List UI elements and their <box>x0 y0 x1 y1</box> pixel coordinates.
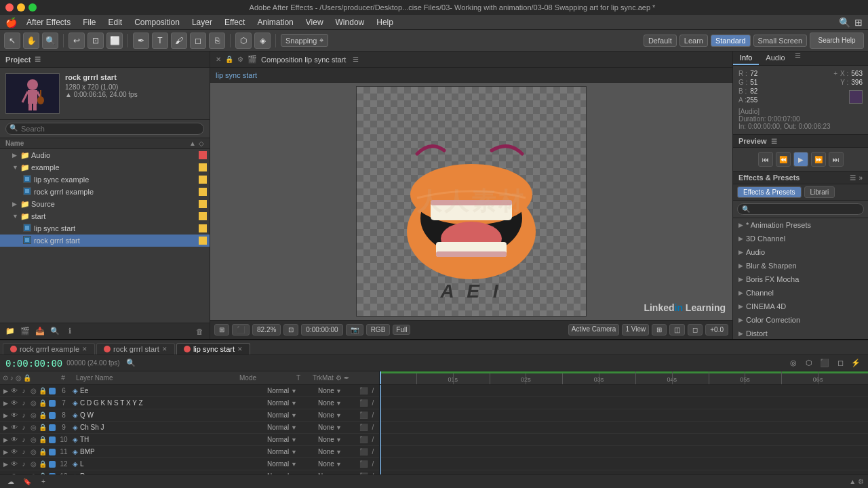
camera-select[interactable]: Active Camera <box>568 324 620 336</box>
layer-row-11[interactable]: ▶ 👁 ♪ ◎ 🔒 11 ◈ BMP Normal ▼ None ▼ ⬛ / <box>0 446 379 458</box>
hand-tool[interactable]: ✋ <box>23 33 39 49</box>
comp-close-btn[interactable]: ✕ <box>216 56 221 63</box>
sort-asc-icon[interactable]: ▲ <box>189 140 196 147</box>
capture-tool[interactable]: ⊡ <box>87 33 104 49</box>
layer-expand-10[interactable]: ▶ <box>1 436 9 443</box>
layer-expand-12[interactable]: ▶ <box>1 461 9 468</box>
layer-switch-9[interactable]: ⬛ <box>359 424 368 431</box>
tree-arrow-5[interactable]: ▶ <box>12 201 19 207</box>
region-of-interest-btn[interactable]: ⊞ <box>214 324 229 336</box>
prev-first-btn[interactable]: ⏮ <box>758 152 773 167</box>
layer-row-10[interactable]: ▶ 👁 ♪ ◎ 🔒 10 ◈ TH Normal ▼ None ▼ ⬛ / <box>0 434 379 446</box>
comp-hamburger[interactable]: ☰ <box>353 56 359 63</box>
tab-effects-presets[interactable]: Effects & Presets <box>737 186 802 198</box>
layer-solo-8[interactable]: ◎ <box>28 411 38 419</box>
clone-tool[interactable]: ⎘ <box>209 33 225 49</box>
menu-animation[interactable]: Animation <box>252 16 298 28</box>
search-icon[interactable]: 🔍 <box>839 17 850 28</box>
workspace-smallscreen[interactable]: Small Screen <box>753 35 807 47</box>
layer-audio-10[interactable]: ♪ <box>19 436 28 443</box>
menu-after-effects[interactable]: After Effects <box>21 16 76 28</box>
layer-expand-9[interactable]: ▶ <box>1 424 9 431</box>
layer-pen-11[interactable]: / <box>368 448 378 455</box>
find-btn[interactable]: 🔍 <box>49 325 61 338</box>
tl-new-layer-btn[interactable]: ☁ <box>4 475 18 489</box>
layer-lock-10[interactable]: 🔒 <box>38 436 47 443</box>
layer-trk-dropdown-8[interactable]: ▼ <box>336 412 342 419</box>
layer-lock-9[interactable]: 🔒 <box>38 424 47 431</box>
snapping-toggle[interactable]: Snapping ⌖ <box>281 34 328 47</box>
layer-solo-7[interactable]: ◎ <box>28 399 38 407</box>
viewer-btn-2[interactable]: ◫ <box>669 324 685 336</box>
effect-item-blur-&-sharpen[interactable]: ▶Blur & Sharpen <box>733 259 868 272</box>
workspace-standard[interactable]: Standard <box>711 35 751 47</box>
viewer-btn-1[interactable]: ⊞ <box>652 324 667 336</box>
search-help-btn[interactable]: Search Help <box>810 33 864 49</box>
layer-expand-7[interactable]: ▶ <box>1 400 9 407</box>
layer-vis-6[interactable]: 👁 <box>9 387 19 394</box>
effect-item-3d-channel[interactable]: ▶3D Channel <box>733 232 868 245</box>
viewer-canvas[interactable]: A E I 人人素材 <box>356 86 587 317</box>
mask-tool[interactable]: ⬜ <box>106 33 123 49</box>
transparency-grid-btn[interactable]: ⬛ <box>232 324 250 336</box>
effect-item-boris-fx-mocha[interactable]: ▶Boris FX Mocha <box>733 272 868 286</box>
menu-view[interactable]: View <box>300 16 329 28</box>
layer-trk-dropdown-9[interactable]: ▼ <box>336 424 342 431</box>
tl-motion-blur-btn[interactable]: ◎ <box>787 357 800 370</box>
brush-tool[interactable]: 🖌 <box>171 33 187 49</box>
close-button[interactable] <box>5 3 14 12</box>
layer-audio-6[interactable]: ♪ <box>19 387 28 394</box>
interpret-btn[interactable]: ℹ <box>64 325 76 338</box>
layer-expand-8[interactable]: ▶ <box>1 412 9 419</box>
menu-edit[interactable]: Edit <box>102 16 127 28</box>
pen-tool[interactable]: ✒ <box>133 33 149 49</box>
new-folder-btn[interactable]: 📁 <box>4 325 16 338</box>
layer-mode-dropdown-10[interactable]: ▼ <box>291 436 297 443</box>
layer-trk-dropdown-6[interactable]: ▼ <box>336 388 342 394</box>
tree-item-6[interactable]: ▼📁start <box>0 210 210 222</box>
menu-composition[interactable]: Composition <box>129 16 185 28</box>
roto-tool[interactable]: ⬡ <box>235 33 252 49</box>
layer-solo-10[interactable]: ◎ <box>28 436 38 443</box>
layer-trk-dropdown-7[interactable]: ▼ <box>336 400 342 407</box>
timeline-tab-rock-grrrl-example[interactable]: rock grrrl example✕ <box>3 343 95 354</box>
effect-item-audio[interactable]: ▶Audio <box>733 245 868 259</box>
timecode-display[interactable]: 0:00:00:00 <box>5 358 62 369</box>
layer-lock-8[interactable]: 🔒 <box>38 411 47 419</box>
layer-vis-10[interactable]: 👁 <box>9 436 19 443</box>
layer-mode-dropdown-7[interactable]: ▼ <box>291 400 297 407</box>
tl-frame-blending-btn[interactable]: ⬛ <box>818 357 831 370</box>
tab-close-icon[interactable]: ✕ <box>82 346 87 352</box>
reset-exposure-btn[interactable]: +0.0 <box>705 324 728 336</box>
layer-mode-dropdown-8[interactable]: ▼ <box>291 412 297 419</box>
import-btn[interactable]: 📥 <box>34 325 46 338</box>
tab-info[interactable]: Info <box>733 52 759 65</box>
layer-row-7[interactable]: ▶ 👁 ♪ ◎ 🔒 7 ◈ C D G K N S T X Y Z Normal… <box>0 397 379 409</box>
zoom-tool[interactable]: 🔍 <box>42 33 58 49</box>
channel-display-btn[interactable]: RGB <box>366 324 391 336</box>
undo-tool[interactable]: ↩ <box>68 33 85 49</box>
effect-item-*-animation-presets[interactable]: ▶* Animation Presets <box>733 218 868 232</box>
workspace-learn[interactable]: Learn <box>679 35 708 47</box>
tl-search-btn[interactable]: 🔍 <box>124 357 138 370</box>
layer-mode-dropdown-6[interactable]: ▼ <box>291 388 297 394</box>
effect-item-distort[interactable]: ▶Distort <box>733 327 868 339</box>
eraser-tool[interactable]: ◻ <box>190 33 206 49</box>
tree-item-5[interactable]: ▶📁Source <box>0 198 210 210</box>
layer-solo-9[interactable]: ◎ <box>28 424 38 431</box>
project-menu-icon[interactable]: ☰ <box>35 56 41 63</box>
zoom-display[interactable]: 82.2% <box>252 324 281 336</box>
tl-fast-btn[interactable]: ⚡ <box>849 357 863 370</box>
layer-switch-6[interactable]: ⬛ <box>359 387 368 394</box>
prev-back-btn[interactable]: ⏪ <box>776 152 791 167</box>
layer-pen-9[interactable]: / <box>368 424 378 431</box>
effect-item-cinema-4d[interactable]: ▶CINEMA 4D <box>733 300 868 313</box>
tree-arrow-2[interactable]: ▼ <box>12 164 19 171</box>
layer-pen-12[interactable]: / <box>368 460 378 468</box>
tl-add-marker-btn[interactable]: + <box>37 475 50 489</box>
views-select[interactable]: 1 View <box>622 324 649 336</box>
layer-pen-7[interactable]: / <box>368 399 378 407</box>
layer-row-6[interactable]: ▶ 👁 ♪ ◎ 🔒 6 ◈ Ee Normal ▼ None ▼ ⬛ / <box>0 385 379 397</box>
layer-lock-7[interactable]: 🔒 <box>38 399 47 407</box>
layer-vis-8[interactable]: 👁 <box>9 411 19 419</box>
